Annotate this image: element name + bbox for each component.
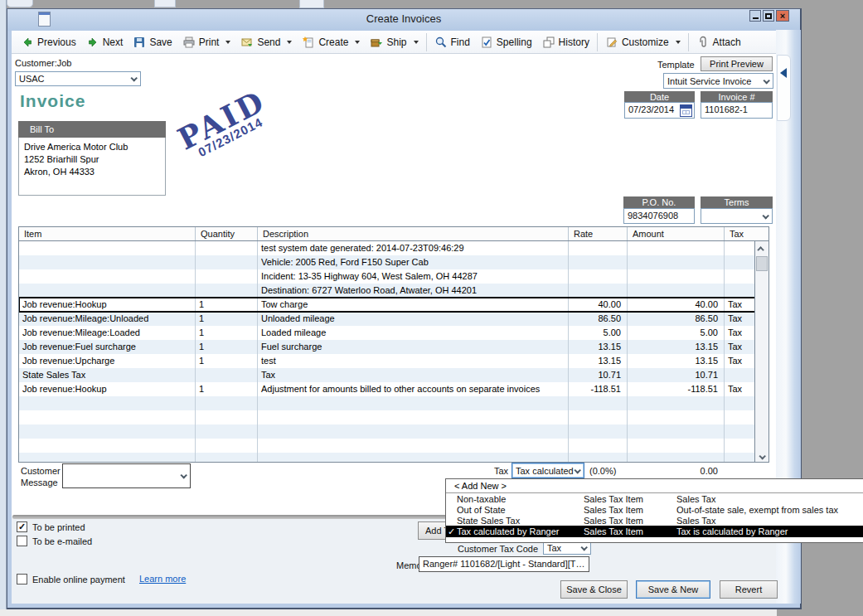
- cell-tax[interactable]: Tax: [725, 382, 755, 396]
- table-row[interactable]: [19, 410, 768, 424]
- cell-rate[interactable]: [569, 255, 628, 269]
- find-button[interactable]: Find: [429, 32, 475, 52]
- table-row[interactable]: Job revenue:Fuel surcharge1Fuel surcharg…: [19, 340, 768, 354]
- cell-rate[interactable]: 13.15: [569, 354, 628, 368]
- cell-item[interactable]: Job revenue:Hookup: [19, 382, 196, 396]
- tax-dropdown-item[interactable]: ✓Tax calculated by RangerSales Tax ItemT…: [446, 526, 863, 537]
- cell-tax[interactable]: [725, 410, 755, 424]
- cell-tax[interactable]: [725, 241, 755, 255]
- maximize-button[interactable]: [763, 10, 774, 22]
- cell-tax[interactable]: Tax: [725, 340, 755, 354]
- send-dropdown-arrow-icon[interactable]: [287, 41, 292, 44]
- to-be-emailed-checkbox[interactable]: [17, 536, 27, 546]
- po-number-field[interactable]: 9834076908: [623, 208, 695, 224]
- cell-qty[interactable]: [196, 424, 258, 439]
- cell-item[interactable]: [19, 439, 196, 453]
- cell-tax[interactable]: Tax: [725, 312, 755, 326]
- cell-desc[interactable]: Vehicle: 2005 Red, Ford F150 Super Cab: [258, 255, 569, 269]
- cell-rate[interactable]: [569, 453, 628, 463]
- table-row[interactable]: test system date generated: 2014-07-23T0…: [19, 241, 768, 255]
- cell-desc[interactable]: Tow charge: [258, 298, 569, 312]
- ship-button[interactable]: Ship: [365, 32, 423, 52]
- table-row[interactable]: [19, 424, 768, 439]
- table-row[interactable]: Vehicle: 2005 Red, Ford F150 Super Cab: [19, 255, 768, 269]
- table-row[interactable]: Job revenue:Hookup1Tow charge40.0040.00T…: [19, 298, 768, 312]
- cell-item[interactable]: Job revenue:Upcharge: [19, 354, 196, 368]
- cell-desc[interactable]: [258, 410, 569, 424]
- spelling-button[interactable]: Spelling: [475, 32, 537, 52]
- cell-desc[interactable]: Unloaded mileage: [258, 312, 569, 326]
- tax-combo[interactable]: Tax calculated: [511, 463, 584, 478]
- cell-rate[interactable]: 40.00: [569, 298, 628, 312]
- table-row[interactable]: [19, 453, 768, 463]
- table-row[interactable]: Destination: 6727 Waterloo Road, Atwater…: [19, 284, 768, 298]
- cell-tax[interactable]: Tax: [725, 354, 755, 368]
- table-row[interactable]: Incident: 13-35 Highway 604, West Salem,…: [19, 269, 768, 284]
- bill-to-box[interactable]: Drive America Motor Club 1252 Briarhill …: [18, 138, 166, 196]
- cell-qty[interactable]: [196, 396, 258, 410]
- memo-field[interactable]: Ranger# 1101682/[Light - Standard][T…: [419, 556, 589, 572]
- cell-qty[interactable]: 1: [196, 382, 258, 396]
- table-row[interactable]: [19, 396, 768, 410]
- cell-tax[interactable]: [725, 269, 755, 284]
- cell-amount[interactable]: [628, 396, 725, 410]
- cell-desc[interactable]: Tax: [258, 368, 569, 382]
- cell-amount[interactable]: [628, 453, 725, 463]
- tax-dropdown-item[interactable]: Non-taxableSales Tax ItemSales Tax: [446, 493, 863, 504]
- cell-qty[interactable]: [196, 368, 258, 382]
- cell-amount[interactable]: 13.15: [628, 354, 725, 368]
- cell-amount[interactable]: [628, 284, 725, 298]
- save-button[interactable]: Save: [128, 32, 177, 52]
- cell-tax[interactable]: [725, 424, 755, 439]
- cell-qty[interactable]: [196, 453, 258, 463]
- cell-qty[interactable]: 1: [196, 354, 258, 368]
- cell-rate[interactable]: [569, 284, 628, 298]
- cell-item[interactable]: Job revenue:Hookup: [19, 298, 196, 312]
- customize-dropdown-arrow-icon[interactable]: [676, 41, 681, 44]
- print-button[interactable]: Print: [177, 32, 236, 52]
- cell-item[interactable]: [19, 284, 196, 298]
- close-button[interactable]: ×: [776, 10, 789, 22]
- revert-button[interactable]: Revert: [720, 580, 778, 599]
- add-new-item[interactable]: < Add New >: [446, 479, 863, 493]
- tax-dropdown-item[interactable]: State Sales TaxSales Tax ItemSales Tax: [446, 515, 863, 526]
- cell-item[interactable]: Job revenue:Fuel surcharge: [19, 340, 196, 354]
- cell-qty[interactable]: 1: [196, 298, 258, 312]
- date-field[interactable]: 07/23/2014: [624, 102, 695, 119]
- cell-desc[interactable]: [258, 424, 569, 439]
- cell-amount[interactable]: -118.51: [628, 382, 725, 396]
- cell-amount[interactable]: [628, 439, 725, 453]
- cell-amount[interactable]: [628, 241, 725, 255]
- cell-desc[interactable]: Loaded mileage: [258, 326, 569, 340]
- minimize-button[interactable]: [749, 10, 761, 22]
- cell-item[interactable]: Job revenue:Mileage:Loaded: [19, 326, 196, 340]
- customer-job-combo[interactable]: USAC: [15, 71, 141, 86]
- cell-desc[interactable]: test: [258, 354, 569, 368]
- previous-button[interactable]: Previous: [16, 32, 81, 52]
- scroll-up-button[interactable]: [755, 241, 768, 255]
- cell-desc[interactable]: Fuel surcharge: [258, 340, 569, 354]
- template-combo[interactable]: Intuit Service Invoice: [663, 73, 773, 89]
- cell-qty[interactable]: 1: [196, 340, 258, 354]
- cell-amount[interactable]: 5.00: [628, 326, 725, 340]
- cell-item[interactable]: [19, 396, 196, 410]
- column-header-item[interactable]: Item: [19, 227, 196, 240]
- table-row[interactable]: Job revenue:Upcharge1test13.1513.15Tax: [19, 354, 768, 368]
- save-and-close-button[interactable]: Save & Close: [560, 580, 628, 599]
- cell-desc[interactable]: [258, 453, 569, 463]
- cell-qty[interactable]: [196, 439, 258, 453]
- side-panel-handle[interactable]: [777, 55, 791, 121]
- cell-item[interactable]: [19, 410, 196, 424]
- cell-desc[interactable]: [258, 439, 569, 453]
- cell-tax[interactable]: [725, 439, 755, 453]
- table-row[interactable]: State Sales TaxTax10.7110.71: [19, 368, 768, 382]
- cell-qty[interactable]: 1: [196, 326, 258, 340]
- customer-message-combo[interactable]: [62, 463, 191, 488]
- cell-desc[interactable]: Adjustment for amounts billed to other a…: [258, 382, 569, 396]
- cell-tax[interactable]: Tax: [725, 326, 755, 340]
- cell-qty[interactable]: [196, 410, 258, 424]
- terms-combo[interactable]: [701, 208, 773, 224]
- cell-rate[interactable]: 5.00: [569, 326, 628, 340]
- cell-rate[interactable]: [569, 241, 628, 255]
- table-row[interactable]: Job revenue:Mileage:Loaded1Loaded mileag…: [19, 326, 768, 340]
